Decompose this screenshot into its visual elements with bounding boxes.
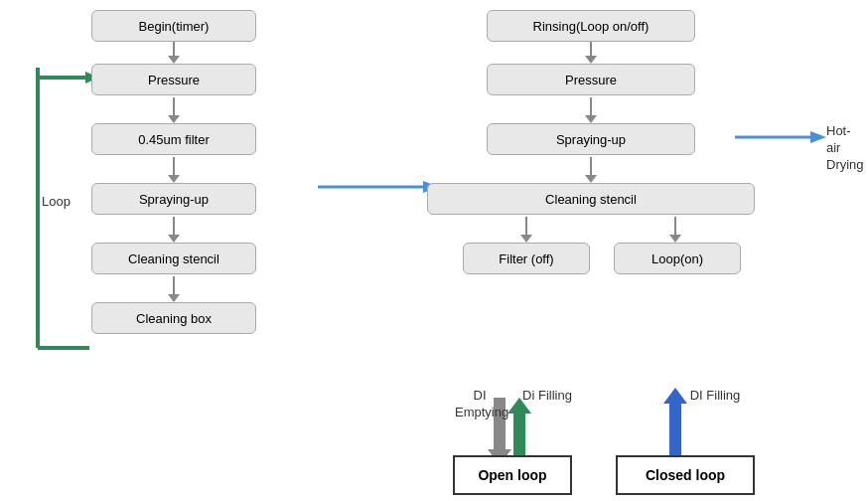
spraying-right-label: Spraying-up — [556, 132, 626, 147]
pressure-left-box: Pressure — [91, 64, 256, 95]
open-loop-box: Open loop — [453, 455, 572, 495]
cleaning-box-label: Cleaning box — [136, 311, 212, 326]
cleaning-stencil-left-box: Cleaning stencil — [91, 243, 256, 274]
loop-text: Loop — [42, 194, 71, 209]
filter-box: 0.45um filter — [91, 123, 256, 155]
loop-on-label: Loop(on) — [651, 251, 703, 266]
filter-off-label: Filter (off) — [499, 251, 553, 266]
spraying-left-label: Spraying-up — [139, 192, 209, 207]
diagram: Begin(timer) Pressure 0.45um filter Spra… — [0, 0, 868, 501]
hot-air-drying-text: Hot-air Drying — [826, 123, 864, 172]
cleaning-stencil-right-box: Cleaning stencil — [427, 183, 755, 215]
closed-loop-label: Closed loop — [646, 467, 725, 483]
pressure-left-label: Pressure — [148, 73, 200, 87]
open-loop-label: Open loop — [478, 467, 546, 483]
begin-timer-box: Begin(timer) — [91, 10, 256, 42]
svg-marker-3 — [168, 115, 180, 123]
svg-marker-17 — [520, 235, 532, 243]
svg-marker-7 — [168, 235, 180, 243]
di-emptying-text: DI Emptying — [455, 388, 508, 419]
loop-label: Loop — [42, 194, 71, 209]
di-emptying-label: DI Emptying — [455, 388, 505, 421]
pressure-right-label: Pressure — [565, 73, 617, 87]
begin-timer-label: Begin(timer) — [139, 19, 210, 34]
svg-marker-5 — [168, 175, 180, 183]
hot-air-drying-label: Hot-air Drying — [826, 123, 864, 174]
spraying-right-box: Spraying-up — [487, 123, 695, 155]
rinsing-label: Rinsing(Loop on/off) — [533, 19, 650, 34]
loop-on-box: Loop(on) — [614, 243, 741, 274]
svg-marker-23 — [810, 131, 826, 143]
svg-marker-11 — [585, 56, 597, 64]
spraying-left-box: Spraying-up — [91, 183, 256, 215]
pressure-right-box: Pressure — [487, 64, 695, 95]
svg-marker-35 — [663, 388, 687, 404]
di-filling-left-label: Di Filling — [522, 388, 572, 405]
cleaning-stencil-left-label: Cleaning stencil — [128, 251, 219, 266]
cleaning-box: Cleaning box — [91, 302, 256, 334]
svg-marker-1 — [168, 56, 180, 64]
svg-marker-19 — [669, 235, 681, 243]
rinsing-box: Rinsing(Loop on/off) — [487, 10, 695, 42]
di-filling-right-label: DI Filling — [685, 388, 745, 405]
svg-marker-13 — [585, 115, 597, 123]
svg-marker-9 — [168, 294, 180, 302]
di-filling-left-text: Di Filling — [522, 388, 572, 403]
filter-label: 0.45um filter — [138, 132, 210, 147]
closed-loop-box: Closed loop — [616, 455, 755, 495]
filter-off-box: Filter (off) — [463, 243, 590, 274]
di-filling-right-text: DI Filling — [690, 388, 741, 403]
cleaning-stencil-right-label: Cleaning stencil — [545, 192, 637, 207]
svg-marker-15 — [585, 175, 597, 183]
